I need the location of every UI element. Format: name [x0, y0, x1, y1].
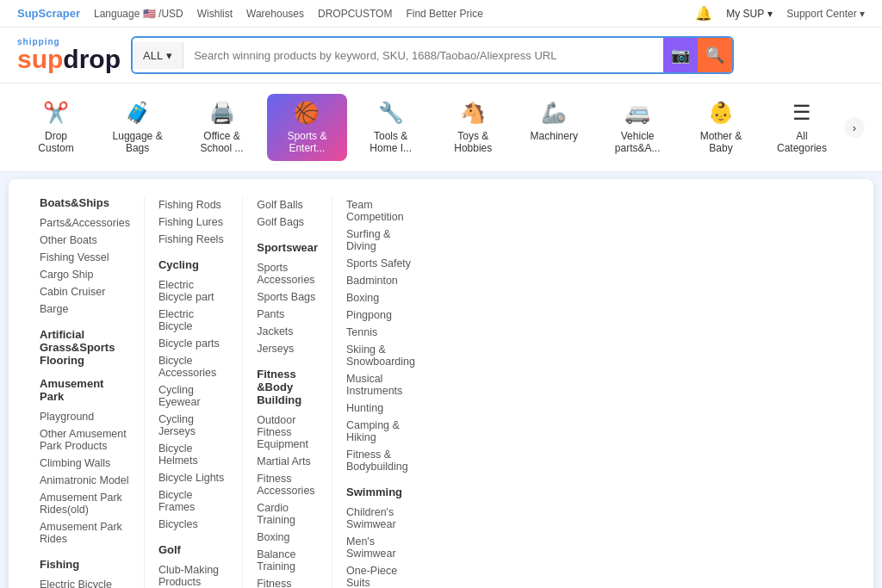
category-item-sports-entert[interactable]: 🏀Sports & Entert...	[267, 94, 347, 161]
menu-item[interactable]: Martial Arts	[257, 453, 318, 470]
find-better-price-link[interactable]: Find Better Price	[406, 8, 482, 20]
drop-custom-icon: ✂️	[43, 101, 69, 125]
category-item-toys-hobbies[interactable]: 🐴Toys & Hobbies	[434, 94, 512, 161]
menu-item[interactable]: Camping & Hiking	[346, 417, 415, 446]
menu-item[interactable]: Amusement Park Rides	[40, 518, 130, 548]
category-item-luggage-bags[interactable]: 🧳Luggage & Bags	[98, 94, 177, 161]
menu-item[interactable]: Fitness Accessories	[257, 470, 318, 499]
menu-item[interactable]: Outdoor Fitness Equipment	[257, 412, 318, 453]
category-item-all-categories[interactable]: ☰All Categories	[763, 94, 841, 161]
office-school-label: Office & School ...	[190, 130, 253, 154]
search-bar: ALL ▾ 📷 🔍	[131, 36, 734, 74]
menu-item[interactable]: One-Piece Suits	[346, 562, 415, 588]
menu-item[interactable]: Boxing	[257, 529, 318, 546]
section-title: Fitness &Body Building	[257, 368, 318, 406]
machinery-icon: 🦾	[541, 101, 567, 125]
category-item-tools-home[interactable]: 🔧Tools & Home I...	[351, 94, 431, 161]
menu-item[interactable]: Bicycle Accessories	[158, 352, 228, 381]
logo-sup: sup	[17, 46, 63, 72]
menu-item[interactable]: Animatronic Model	[40, 472, 130, 489]
menu-item[interactable]: Amusement Park Rides(old)	[40, 489, 130, 518]
menu-item[interactable]: Pants	[257, 306, 318, 323]
category-item-drop-custom[interactable]: ✂️Drop Custom	[17, 94, 95, 161]
menu-item[interactable]: Other Boats	[40, 232, 130, 249]
menu-item[interactable]: Cabin Cruiser	[40, 283, 130, 300]
menu-item[interactable]: Electric Bicycle Part	[40, 576, 130, 588]
mother-baby-label: Mother & Baby	[693, 130, 749, 154]
sports-entert-label: Sports & Entert...	[277, 130, 337, 154]
menu-item[interactable]: Cycling Eyewear	[158, 381, 228, 411]
menu-item[interactable]: Hunting	[346, 399, 415, 417]
menu-item[interactable]: Bicycle parts	[158, 335, 228, 352]
menu-item[interactable]: Musical Instruments	[346, 370, 415, 399]
menu-item[interactable]: Golf Bags	[257, 214, 318, 231]
menu-item[interactable]: Fitness Equipment	[257, 575, 318, 588]
menu-item[interactable]: Parts&Accessories	[40, 214, 130, 232]
support-center-link[interactable]: Support Center ▾	[786, 8, 865, 20]
menu-item[interactable]: Bicycle Frames	[158, 486, 228, 516]
menu-item[interactable]: Electric Bicycle part	[158, 276, 228, 306]
tools-home-label: Tools & Home I...	[361, 130, 420, 154]
section-title: Fishing	[40, 558, 130, 571]
my-sup-dropdown[interactable]: My SUP ▾	[726, 8, 773, 20]
menu-item[interactable]: Barge	[40, 300, 130, 318]
section-title: Sportswear	[257, 241, 318, 254]
category-item-office-school[interactable]: 🖨️Office & School ...	[180, 94, 264, 161]
section-title: Swimming	[346, 486, 415, 498]
menu-item[interactable]: Electric Bicycle	[158, 306, 228, 335]
menu-column-0: Boats&ShipsParts&AccessoriesOther BoatsF…	[26, 196, 145, 588]
search-submit-button[interactable]: 🔍	[698, 38, 732, 72]
menu-item[interactable]: Cardio Training	[257, 499, 318, 529]
menu-item[interactable]: Other Amusement Park Products	[40, 425, 130, 455]
categories-next-button[interactable]: ›	[844, 117, 865, 138]
menu-item[interactable]: Cycling Jerseys	[158, 411, 228, 440]
menu-item[interactable]: Skiing & Snowboarding	[346, 341, 415, 370]
menu-item[interactable]: Tennis	[346, 324, 415, 341]
menu-item[interactable]: Bicycles	[158, 516, 228, 533]
menu-item[interactable]: Sports Accessories	[257, 259, 318, 288]
menu-item[interactable]: Club-Making Products	[158, 561, 228, 588]
language-selector[interactable]: Language 🇺🇸 /USD	[94, 8, 183, 20]
menu-item[interactable]: Fishing Rods	[158, 196, 228, 214]
luggage-bags-icon: 🧳	[125, 101, 151, 125]
category-item-vehicle-parts[interactable]: 🚐Vehicle parts&A...	[596, 94, 679, 161]
wishlist-link[interactable]: Wishlist	[197, 8, 233, 20]
menu-item[interactable]: Golf Balls	[257, 196, 318, 214]
menu-item[interactable]: Fishing Reels	[158, 231, 228, 248]
menu-item[interactable]: Bicycle Lights	[158, 469, 228, 486]
menu-item[interactable]: Sports Safety	[346, 255, 415, 272]
menu-item[interactable]: Fitness & Bodybuilding	[346, 446, 415, 475]
logo[interactable]: shipping supdrop	[17, 38, 121, 72]
menu-item[interactable]: Badminton	[346, 272, 415, 289]
dropcustom-link[interactable]: DROPCUSTOM	[318, 8, 392, 20]
menu-column-1: Fishing RodsFishing LuresFishing ReelsCy…	[145, 196, 243, 588]
warehouses-dropdown[interactable]: Warehouses	[246, 8, 304, 20]
menu-item[interactable]: Children's Swimwear	[346, 504, 415, 533]
category-item-machinery[interactable]: 🦾Machinery	[515, 94, 593, 161]
camera-search-button[interactable]: 📷	[663, 38, 698, 72]
menu-item[interactable]: Fishing Lures	[158, 214, 228, 231]
search-input[interactable]	[183, 42, 663, 69]
office-school-icon: 🖨️	[209, 101, 235, 125]
menu-item[interactable]: Pingpong	[346, 306, 415, 324]
category-item-mother-baby[interactable]: 👶Mother & Baby	[682, 94, 760, 161]
menu-item[interactable]: Boxing	[346, 289, 415, 306]
menu-item[interactable]: Jackets	[257, 323, 318, 340]
menu-item[interactable]: Balance Training	[257, 546, 318, 575]
menu-item[interactable]: Team Competition	[346, 196, 415, 226]
menu-item[interactable]: Fishing Vessel	[40, 249, 130, 266]
menu-item[interactable]: Sports Bags	[257, 288, 318, 306]
menu-item[interactable]: Bicycle Helmets	[158, 440, 228, 469]
menu-item[interactable]: Men's Swimwear	[346, 533, 415, 562]
notification-icon[interactable]: 🔔	[695, 5, 712, 22]
all-categories-label: All Categories	[773, 130, 830, 154]
menu-item[interactable]: Surfing & Diving	[346, 226, 415, 255]
vehicle-parts-label: Vehicle parts&A...	[606, 130, 668, 154]
menu-item[interactable]: Climbing Walls	[40, 455, 130, 472]
menu-item[interactable]: Jerseys	[257, 340, 318, 357]
menu-item[interactable]: Cargo Ship	[40, 266, 130, 283]
menu-item[interactable]: Playground	[40, 408, 130, 425]
supscraper-link[interactable]: SupScraper	[17, 7, 80, 20]
machinery-label: Machinery	[531, 130, 578, 142]
search-category-selector[interactable]: ALL ▾	[133, 42, 183, 69]
